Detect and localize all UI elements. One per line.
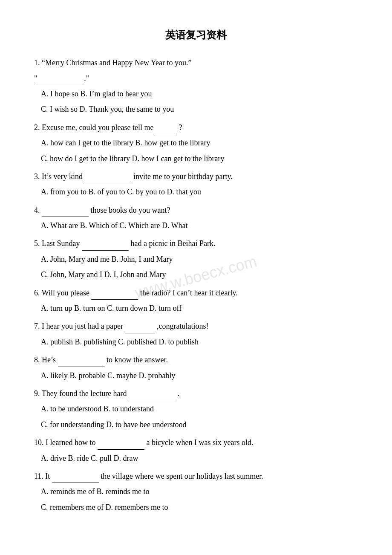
q5-blank [82, 241, 129, 251]
q5-text: 5. Last Sunday had a picnic in Beihai Pa… [34, 237, 358, 250]
q10-text: 10. I learned how to a bicycle when I wa… [34, 436, 358, 449]
question-8: 8. He’s to know the answer. A. likely B.… [34, 353, 358, 382]
q8-blank [58, 358, 105, 367]
question-11: 11. It the village where we spent our ho… [34, 469, 358, 514]
q2-option-ab: A. how can I get to the library B. how g… [41, 136, 358, 150]
q5-option-ab: A. John, Mary and me B. John, I and Mary [41, 252, 358, 266]
q11-option-cd: C. remembers me of D. remembers me to [41, 500, 358, 514]
q4-blank [42, 208, 89, 217]
q8-text: 8. He’s to know the answer. [34, 353, 358, 367]
q10-option-abcd: A. drive B. ride C. pull D. draw [41, 451, 358, 465]
question-10: 10. I learned how to a bicycle when I wa… [34, 436, 358, 465]
question-1: 1. “Merry Christmas and Happy New Year t… [34, 56, 358, 116]
question-3: 3. It’s very kind invite me to your birt… [34, 170, 358, 199]
q8-option-abcd: A. likely B. probable C. maybe D. probab… [41, 369, 358, 382]
q2-blank [156, 125, 177, 135]
q10-blank [98, 440, 144, 450]
q7-option-abcd: A. publish B. publishing C. published D.… [41, 335, 358, 349]
question-7: 7. I hear you just had a paper ,congratu… [34, 319, 358, 349]
q1-blank-line: "." [34, 72, 358, 85]
q9-option-cd: C. for understanding D. to have bee unde… [41, 418, 358, 431]
q11-text: 11. It the village where we spent our ho… [34, 469, 358, 483]
q2-option-cd: C. how do I get to the library D. how I … [41, 152, 358, 165]
q9-blank [129, 391, 176, 401]
q1-blank [37, 76, 84, 85]
q4-option-abcd: A. What are B. Which of C. Which are D. … [41, 219, 358, 232]
q6-text: 6. Will you please the radio? I can’t he… [34, 286, 358, 300]
q4-text: 4. those books do you want? [34, 203, 358, 217]
question-4: 4. those books do you want? A. What are … [34, 203, 358, 233]
q3-option-abcd: A. from you to B. of you to C. by you to… [41, 185, 358, 199]
q7-text: 7. I hear you just had a paper ,congratu… [34, 319, 358, 333]
q2-text: 2. Excuse me, could you please tell me ? [34, 121, 358, 134]
q6-blank [91, 290, 138, 300]
q11-option-ab: A. reminds me of B. reminds me to [41, 485, 358, 498]
page-title: 英语复习资料 [34, 26, 358, 44]
q9-option-ab: A. to be understood B. to understand [41, 402, 358, 416]
q1-option-cd: C. I wish so D. Thank you, the same to y… [41, 102, 358, 116]
q9-text: 9. They found the lecture hard . [34, 387, 358, 400]
q6-option-abcd: A. turn up B. turn on C. turn down D. tu… [41, 301, 358, 315]
q1-option-ab: A. I hope so B. I’m glad to hear you [41, 87, 358, 101]
q1-text: 1. “Merry Christmas and Happy New Year t… [34, 56, 358, 69]
questions-container: 1. “Merry Christmas and Happy New Year t… [34, 56, 358, 514]
question-9: 9. They found the lecture hard . A. to b… [34, 387, 358, 431]
q3-blank [85, 174, 132, 184]
question-6: 6. Will you please the radio? I can’t he… [34, 286, 358, 315]
q7-blank [125, 324, 155, 333]
question-2: 2. Excuse me, could you please tell me ?… [34, 121, 358, 165]
q11-blank [52, 474, 99, 483]
q3-text: 3. It’s very kind invite me to your birt… [34, 170, 358, 183]
q5-option-cd: C. John, Mary and I D. I, John and Mary [41, 268, 358, 281]
question-5: 5. Last Sunday had a picnic in Beihai Pa… [34, 237, 358, 281]
